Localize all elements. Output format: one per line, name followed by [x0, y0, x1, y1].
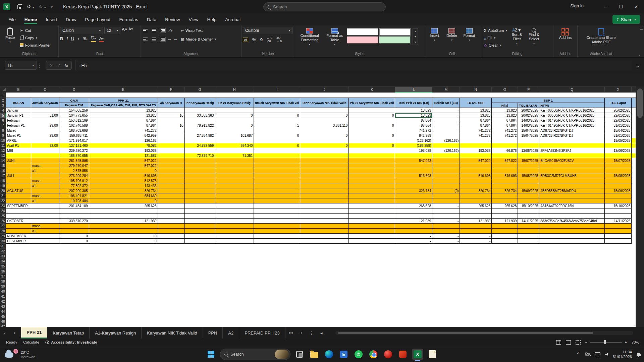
- cell-r12c7[interactable]: [254, 148, 300, 153]
- cell-r15c0[interactable]: [6, 163, 31, 168]
- cell-r21c12[interactable]: [460, 193, 492, 198]
- cell-r17c10[interactable]: 516.693: [395, 173, 432, 178]
- empty-row-35[interactable]: [6, 264, 643, 269]
- cell-r17c4[interactable]: [158, 173, 184, 178]
- cell-r10c7[interactable]: [254, 138, 300, 143]
- cell-r12c4[interactable]: [158, 148, 184, 153]
- cell-r24c0[interactable]: [6, 208, 31, 214]
- cell-r5c5[interactable]: 33.853.363: [184, 113, 215, 118]
- orientation-icon[interactable]: ⟋▾: [168, 28, 172, 33]
- cell-r20c5[interactable]: [184, 188, 215, 193]
- cell-r19c12[interactable]: [460, 183, 492, 188]
- cell-r15c2[interactable]: 279.270.047: [59, 163, 89, 168]
- col-header-N[interactable]: N: [460, 87, 492, 92]
- cell-r13c11[interactable]: [432, 153, 460, 158]
- clipboard-dialog-launcher[interactable]: [640, 26, 643, 29]
- row-header-10[interactable]: 10: [0, 138, 6, 143]
- cell-r11c13[interactable]: [492, 143, 518, 148]
- cell-r15c16[interactable]: [605, 163, 632, 168]
- col-header-L[interactable]: L: [395, 87, 432, 92]
- empty-row-33[interactable]: [6, 254, 643, 259]
- cell-r11c3[interactable]: 78.082: [89, 143, 158, 148]
- menu-tab-file[interactable]: File: [4, 14, 20, 25]
- share-button[interactable]: ⤴ Share ▾: [612, 15, 640, 24]
- file-explorer-button[interactable]: [309, 349, 320, 360]
- row-header-33[interactable]: 33: [0, 254, 6, 259]
- taskbar-search-box[interactable]: Search: [220, 349, 290, 360]
- col-header-H[interactable]: H: [215, 87, 254, 92]
- cell-r20c7[interactable]: [254, 188, 300, 193]
- cell-r5c4[interactable]: 10: [158, 113, 184, 118]
- cell-r16c16[interactable]: [605, 168, 632, 173]
- cell-r24c16[interactable]: [605, 208, 632, 214]
- cell-r6c14[interactable]: 14/03/2025: [518, 118, 539, 123]
- cell-r7c12[interactable]: 87.864: [460, 123, 492, 128]
- cell-r19c9[interactable]: [349, 183, 395, 188]
- row-header-12[interactable]: 12: [0, 148, 6, 153]
- enter-formula-icon[interactable]: ✓: [57, 63, 61, 68]
- cell-r26c1[interactable]: [31, 219, 59, 224]
- cell-r23c12[interactable]: 265.628: [460, 203, 492, 208]
- cell-r22c15[interactable]: [539, 198, 605, 203]
- cell-r5c3[interactable]: 13.823: [89, 113, 158, 118]
- menu-tab-insert[interactable]: Insert: [41, 14, 61, 25]
- notifications-bell-icon[interactable]: [637, 353, 641, 356]
- cell-r14c3[interactable]: 547.022: [89, 158, 158, 163]
- quick-access-customize-icon[interactable]: ▾: [51, 4, 53, 10]
- status-accessibility[interactable]: Accessibility: Investigate: [45, 340, 97, 344]
- cell-r10c15[interactable]: [539, 138, 605, 143]
- cell-r10c8[interactable]: [300, 138, 349, 143]
- menu-tab-acrobat[interactable]: Acrobat: [221, 14, 245, 25]
- hscroll-left-icon[interactable]: ◂: [317, 330, 326, 336]
- cell-r5c6[interactable]: 0: [215, 113, 254, 118]
- cell-r10c9[interactable]: [349, 138, 395, 143]
- col-header-J[interactable]: J: [300, 87, 349, 92]
- cell-r21c15[interactable]: [539, 193, 605, 198]
- close-button[interactable]: ✕: [629, 0, 644, 13]
- cell-r8c7[interactable]: [254, 128, 300, 133]
- col-header-O[interactable]: O: [492, 87, 518, 92]
- cell-r29c7[interactable]: [254, 234, 300, 239]
- header-dpp-karyawan-nik-tidak-valid[interactable]: DPP Karyawan NIK Tidak Valid: [300, 98, 349, 108]
- cell-r4c13[interactable]: 13.823: [492, 108, 518, 113]
- row-header-44[interactable]: 44: [0, 309, 6, 314]
- select-all-corner[interactable]: [0, 87, 6, 92]
- cell-r26c13[interactable]: 121.939: [492, 219, 518, 224]
- empty-row-38[interactable]: [6, 279, 643, 284]
- cell-r28c7[interactable]: [254, 229, 300, 234]
- start-button[interactable]: [205, 349, 217, 360]
- zoom-in-icon[interactable]: +: [625, 340, 627, 344]
- cell-r13c5[interactable]: 72.879.710: [184, 153, 215, 158]
- cell-r6c11[interactable]: -: [432, 118, 460, 123]
- cell-r6c8[interactable]: [300, 118, 349, 123]
- header-karyawan-nik-tidak-valid-count[interactable]: umlah Karyawan NIK Tidak Val: [254, 98, 300, 108]
- chrome-button[interactable]: [368, 349, 379, 360]
- row-header-6[interactable]: 6: [0, 118, 6, 123]
- accounting-format-icon[interactable]: ¤▾: [243, 38, 248, 42]
- cell-r25c11[interactable]: [432, 214, 460, 219]
- cell-r28c13[interactable]: [492, 229, 518, 234]
- cell-r23c9[interactable]: [349, 203, 395, 208]
- cell-r13c0[interactable]: [6, 153, 31, 158]
- excel-app-icon[interactable]: X: [3, 3, 10, 10]
- cell-r22c10[interactable]: [395, 198, 432, 203]
- percent-style-icon[interactable]: %: [252, 37, 256, 42]
- cell-r18c1[interactable]: masa: [31, 178, 59, 183]
- cell-r18c8[interactable]: [300, 178, 349, 183]
- cell-r10c4[interactable]: [158, 138, 184, 143]
- cell-r29c6[interactable]: [215, 234, 254, 239]
- cell-r29c3[interactable]: 0: [89, 234, 158, 239]
- cell-r26c14[interactable]: 14/11/2025: [518, 219, 539, 224]
- cell-r19c0[interactable]: [6, 183, 31, 188]
- row-header-17[interactable]: 17: [0, 173, 6, 178]
- cell-r20c14[interactable]: 15/09/2025: [518, 188, 539, 193]
- font-color-button[interactable]: A▾: [99, 36, 104, 42]
- cell-r22c4[interactable]: [158, 198, 184, 203]
- cell-r29c10[interactable]: -: [395, 234, 432, 239]
- more-sheets-icon[interactable]: •••: [285, 330, 297, 336]
- cell-r18c14[interactable]: [518, 178, 539, 183]
- cell-r27c9[interactable]: [349, 224, 395, 229]
- cell-r7c15[interactable]: KET-01490/PBK-CT/KPP.0616/2025: [539, 123, 605, 128]
- cell-r23c16[interactable]: 15/10/2025: [605, 203, 632, 208]
- cell-r17c9[interactable]: [349, 173, 395, 178]
